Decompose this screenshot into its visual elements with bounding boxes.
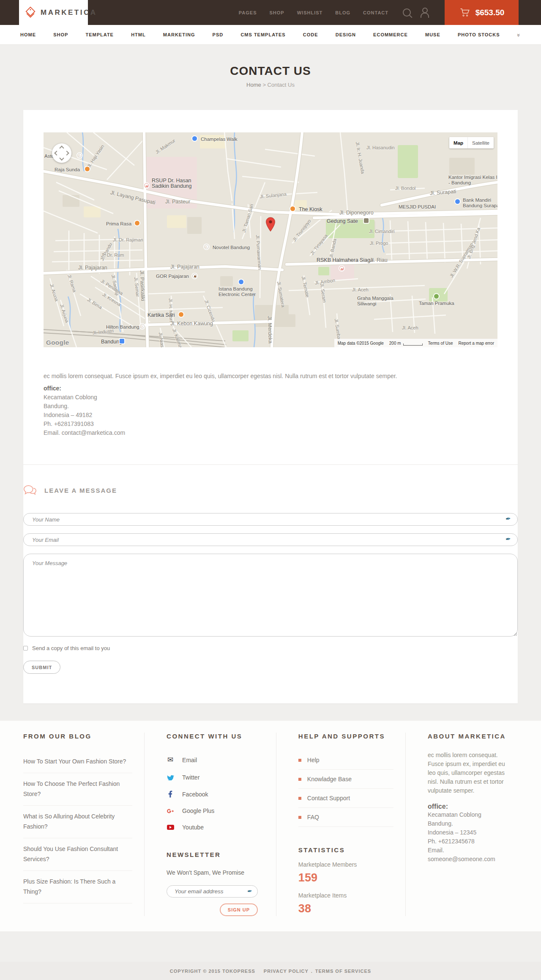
separator-dot: . [311,969,313,974]
top-nav-link[interactable]: WISHLIST [297,10,323,15]
help-item[interactable]: Help [298,751,393,770]
blog-list-item: Plus Size Fashion: Is There Such a Thing… [23,871,132,903]
map-label: Prima Rasa [106,221,131,227]
category-nav-item[interactable]: MUSE [425,32,440,37]
category-nav-item[interactable]: HOME [20,32,36,37]
terms-of-services-link[interactable]: TERMS OF SERVICES [315,969,371,974]
restaurant-icon [85,167,90,171]
bank-icon [455,199,460,204]
category-nav-item[interactable]: ECOMMERCE [373,32,408,37]
pan-up-icon[interactable] [59,145,64,150]
stat-item: Marketplace Items 38 [298,892,393,915]
help-item[interactable]: FAQ [298,808,393,827]
help-item[interactable]: Knowladge Base [298,770,393,789]
category-nav-item[interactable]: MARKETING [163,32,195,37]
signup-button[interactable]: SIGN UP [220,903,258,916]
category-nav-item[interactable]: CODE [303,32,318,37]
category-nav-item[interactable]: PHOTO STOCKS [458,32,500,37]
social-item[interactable]: Facebook [167,786,264,803]
pan-down-icon[interactable] [59,156,64,160]
social-item[interactable]: Google Plus [167,803,264,819]
map-label: Jl. Hasanudin [366,145,395,151]
google-map[interactable]: Champelas WalkJl. HasanudinJl. Haji Yasi… [44,132,497,347]
map-marker-icon[interactable] [265,217,276,232]
top-nav-link[interactable]: SHOP [270,10,284,15]
blog-link[interactable]: Should You Use Fashion Consultant Servic… [23,845,118,862]
blog-link[interactable]: Plus Size Fashion: Is There Such a Thing… [23,878,115,895]
map-label [144,183,150,188]
report-map-error-link[interactable]: Report a map error [459,341,494,346]
top-nav-link[interactable]: PAGES [239,10,257,15]
newsletter-tagline: We Won't Spam, We Promise [167,869,264,876]
footer-connect-column: CONNECT WITH US ✉ Email Twitter Facebook… [144,733,276,916]
map-label [434,294,440,299]
name-input[interactable] [23,513,518,526]
about-heading: ABOUT MARKETICA [428,733,506,740]
help-label: Knowladge Base [307,776,352,782]
map-label: Jl. Merdeka [267,316,273,343]
map-label: Jl. Bondol [395,186,415,191]
submit-button[interactable]: SUBMIT [23,661,60,674]
map-label [290,206,297,211]
top-nav-link[interactable]: BLOG [335,10,350,15]
privacy-policy-link[interactable]: PRIVACY POLICY [264,969,309,974]
satellite-button[interactable]: Satellite [467,137,494,148]
help-label: Help [307,757,320,763]
contact-intro: ec mollis lorem consequat. Fusce ipsum e… [44,372,497,381]
category-nav-item[interactable]: PSD [213,32,224,37]
send-copy-label: Send a copy of this email to you [32,645,110,651]
top-nav-link[interactable]: CONTACT [363,10,388,15]
blog-link[interactable]: What is So Alluring About Celebrity Fash… [23,813,115,830]
map-label: Jl. Dr. Rajiman [113,237,143,243]
social-item[interactable]: ✉ Email [167,751,264,769]
stat-label: Marketplace Members [298,861,393,868]
footer: FROM OUR BLOG How To Start Your Own Fash… [0,721,541,931]
brand-name: MARKETICA [41,8,97,17]
category-nav-item[interactable]: HTML [131,32,146,37]
gov-icon [364,218,369,223]
breadcrumb-home[interactable]: Home [246,82,261,88]
office-label: office: [44,384,497,393]
social-item[interactable]: Youtube [167,819,264,836]
restaurant-icon [179,312,183,317]
hotel-icon [140,324,145,329]
social-item[interactable]: Twitter [167,769,264,786]
map-pan-control[interactable] [52,143,71,163]
gplus-icon [167,808,174,814]
map-button[interactable]: Map [449,137,467,148]
map-label: Bank Mandiri Bandung Surapati [463,198,497,209]
newsletter-email-input[interactable] [167,885,258,898]
chevron-double-down-icon[interactable]: » [515,33,522,36]
footer-blog-column: FROM OUR BLOG How To Start Your Own Fash… [23,733,144,916]
restaurant-icon [135,221,139,225]
map-label: Raja Sunda [55,167,80,173]
category-nav-item[interactable]: CMS TEMPLATES [240,32,285,37]
map-label [364,218,370,223]
map-label [204,244,210,249]
park-icon [434,294,439,299]
social-label: Email [182,757,197,763]
map-label: Jl. Progo [370,241,388,246]
category-nav-item[interactable]: SHOP [53,32,68,37]
terms-of-use-link[interactable]: Terms of Use [428,341,453,346]
pan-left-icon[interactable] [54,151,59,155]
map-label: Champelas Walk [201,137,238,142]
user-account-icon[interactable] [420,8,429,18]
help-item[interactable]: Contact Support [298,789,393,808]
search-icon[interactable] [403,8,411,16]
message-textarea[interactable] [23,554,518,637]
pan-right-icon[interactable] [64,151,69,155]
map-label [179,312,185,317]
category-nav-item[interactable]: TEMPLATE [86,32,114,37]
map-label: Jl. Aceh [352,287,369,293]
top-header: MARKETICA PAGESSHOPWISHLISTBLOGCONTACT $… [0,0,541,25]
cart-button[interactable]: $653.50 [445,0,519,25]
email-input[interactable] [23,533,518,546]
category-nav-item[interactable]: DESIGN [336,32,356,37]
blog-link[interactable]: How To Choose The Perfect Fashion Store? [23,780,120,797]
social-label: Youtube [182,824,204,831]
brand-logo[interactable]: MARKETICA [19,0,88,25]
send-copy-checkbox[interactable] [23,646,28,651]
google-logo[interactable]: Google [46,339,69,346]
blog-link[interactable]: How To Start Your Own Fashion Store? [23,758,126,765]
